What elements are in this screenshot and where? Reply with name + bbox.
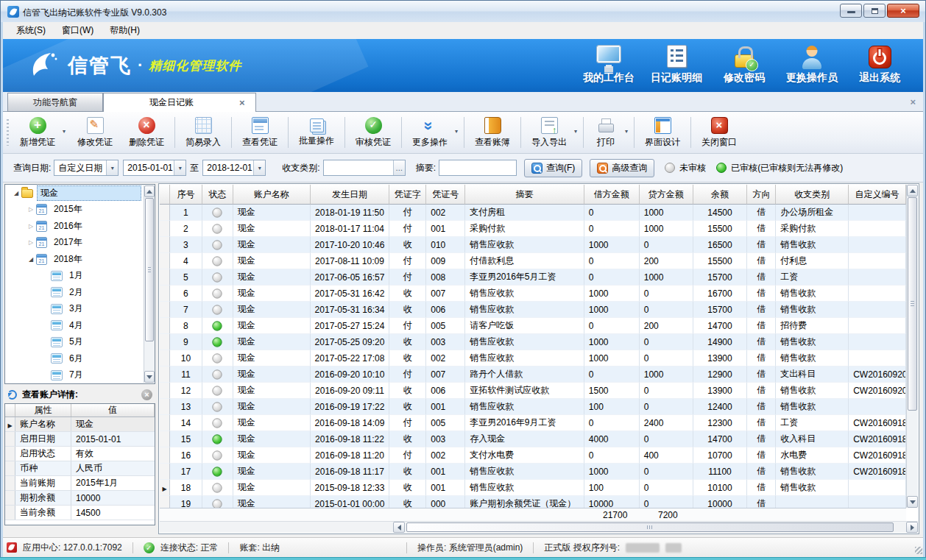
table-row-3[interactable]: 3现金2017-10-20 10:46收010销售应收款1000016500借销… [160,237,906,253]
quick-action-1[interactable]: 我的工作台 [579,45,639,85]
table-row-8[interactable]: 8现金2017-05-27 15:24付005请客户吃饭020014700借招待… [160,318,906,334]
scroll-right-button[interactable] [906,522,918,533]
tab-close-icon[interactable] [239,98,250,108]
tree-item-2[interactable]: 2015年 [5,202,155,219]
scroll-left-button[interactable] [393,522,405,533]
maximize-button[interactable] [863,4,886,18]
scroll-up-button[interactable] [144,185,155,197]
column-header-1[interactable]: 序号 [170,185,202,205]
column-header-12[interactable]: 收支类别 [776,185,849,205]
table-row-6[interactable]: 6现金2017-05-31 16:42收007销售应收款1000016700借销… [160,286,906,302]
details-row-5[interactable]: 当前账期2015年1月 [5,476,155,491]
column-header-11[interactable]: 方向 [747,185,776,205]
collapsed-arrow-icon[interactable] [26,206,36,213]
table-row-13[interactable]: 13现金2016-09-19 17:22收001销售应收款100012400借销… [160,399,906,415]
toolbar-button-3[interactable]: 删除凭证 [121,114,172,151]
menu-system[interactable]: 系统(S) [9,22,53,39]
table-row-4[interactable]: 4现金2017-08-11 10:09付009付借款利息020015500借付利… [160,253,906,269]
details-row-1[interactable]: 账户名称现金 [5,417,155,432]
table-row-14[interactable]: 14现金2016-09-18 14:09付005李亚男2016年9月工资0240… [160,415,906,431]
toolbar-button-2[interactable]: 修改凭证 [69,114,121,151]
table-row-7[interactable]: 7现金2017-05-31 16:34收006销售应收款1000015700借销… [160,302,906,318]
scroll-up-button[interactable] [907,185,918,196]
date-from-select[interactable]: 2015-01-01 [123,160,186,176]
quick-action-4[interactable]: 更换操作员 [782,45,842,85]
scrollbar-thumb[interactable] [145,198,154,341]
column-header-7[interactable]: 摘要 [465,185,584,205]
tree-item-10[interactable]: 5月 [5,334,155,351]
toolbar-button-8[interactable]: 更多操作 [404,114,462,151]
table-row-1[interactable]: 1现金2018-01-19 11:50付002支付房租0100014500借办公… [160,205,906,221]
grid-vertical-scrollbar[interactable] [906,185,918,508]
toolbar-button-11[interactable]: 打印 [586,114,632,151]
details-row-2[interactable]: 启用日期2015-01-01 [5,432,155,447]
column-header-8[interactable]: 借方金额 [584,185,640,205]
chevron-down-icon[interactable] [174,160,185,175]
tree-item-6[interactable]: 1月 [5,268,155,285]
column-header-3[interactable]: 账户名称 [233,185,311,205]
quick-action-3[interactable]: 修改密码 [714,45,774,85]
scrollbar-thumb[interactable] [406,522,894,532]
tree-item-1[interactable]: 现金 [5,185,155,202]
toolbar-button-4[interactable]: 简易录入 [177,114,229,151]
quick-action-5[interactable]: 退出系统 [849,45,910,85]
table-row-11[interactable]: 11现金2016-09-20 10:10付007路丹个人借款0100012900… [160,366,906,383]
tree-item-12[interactable]: 7月 [5,367,155,384]
table-row-19[interactable]: 19现金2015-01-01 00:00收000账户期初余额凭证（现金）1000… [160,496,906,508]
chevron-down-icon[interactable] [253,160,265,175]
menu-window[interactable]: 窗口(W) [54,22,101,39]
table-row-12[interactable]: 12现金2016-09-20 09:11收006亚拓软件测试应收款1500013… [160,383,906,399]
grid-horizontal-scrollbar[interactable] [160,521,918,533]
table-row-16[interactable]: 16现金2016-09-18 11:20付002支付水电费040010700借水… [160,447,906,464]
tree-item-7[interactable]: 2月 [5,284,155,301]
toolbar-button-10[interactable]: 导入导出 [523,114,581,151]
tree-item-8[interactable]: 3月 [5,301,155,318]
dropdown-caret-icon[interactable] [574,128,577,135]
close-button[interactable]: × [887,4,919,18]
ellipsis-icon[interactable] [393,160,405,175]
dropdown-caret-icon[interactable] [625,128,628,135]
date-mode-select[interactable]: 自定义日期 [54,160,119,176]
column-header-9[interactable]: 贷方金额 [640,185,693,205]
dropdown-caret-icon[interactable] [63,128,66,135]
summary-input[interactable] [439,160,517,176]
table-row-15[interactable]: 15现金2016-09-18 11:22收003存入现金4000014700借收… [160,431,906,447]
category-input[interactable] [323,160,406,176]
search-button[interactable]: 查询(F) [524,159,582,177]
collapsed-arrow-icon[interactable] [26,223,36,230]
tab-cash-journal[interactable]: 现金日记账 [103,93,256,113]
table-row-18[interactable]: 18现金2015-09-18 12:33收001销售应收款100010100借销… [160,480,906,496]
chevron-down-icon[interactable] [106,160,118,175]
details-row-6[interactable]: 期初余额10000 [5,491,155,506]
toolbar-button-1[interactable]: 新增凭证 [12,114,69,151]
toolbar-button-13[interactable]: 关闭窗口 [693,114,745,151]
tree-item-5[interactable]: 2018年 [5,251,155,268]
details-row-3[interactable]: 启用状态有效 [5,447,155,461]
resize-grip[interactable] [915,547,922,554]
date-to-select[interactable]: 2018-12-01 [202,160,266,176]
tree-scrollbar[interactable] [144,185,155,383]
column-header-2[interactable]: 状态 [202,185,233,205]
scroll-down-button[interactable] [907,496,918,508]
toolbar-button-12[interactable]: 界面设计 [637,114,688,151]
table-row-10[interactable]: 10现金2017-05-22 17:08收002销售应收款1000013900借… [160,350,906,366]
tree-item-9[interactable]: 4月 [5,317,155,334]
dropdown-caret-icon[interactable] [455,128,458,135]
tree-item-3[interactable]: 2016年 [5,218,155,235]
table-row-9[interactable]: 9现金2017-05-25 09:20收003销售应收款1000014900借销… [160,334,906,350]
column-header-10[interactable]: 余额 [693,185,748,205]
scrollbar-thumb[interactable] [908,197,917,411]
toolbar-button-7[interactable]: 审核凭证 [347,114,399,151]
column-header-6[interactable]: 凭证号 [426,185,465,205]
toolbar-button-5[interactable]: 查看凭证 [234,114,286,151]
quick-action-2[interactable]: 日记账明细 [646,45,707,85]
column-header-4[interactable]: 发生日期 [311,185,390,205]
toolbar-button-9[interactable]: 查看账簿 [467,114,518,151]
column-header-5[interactable]: 凭证字 [389,185,426,205]
expanded-arrow-icon[interactable] [26,256,36,263]
refresh-icon[interactable] [7,390,17,400]
table-row-5[interactable]: 5现金2017-06-05 16:57付008李亚男2016年5月工资01000… [160,269,906,286]
details-close-icon[interactable] [141,389,152,400]
tree-item-11[interactable]: 6月 [5,350,155,367]
toolbar-button-6[interactable]: 批量操作 [291,114,342,151]
